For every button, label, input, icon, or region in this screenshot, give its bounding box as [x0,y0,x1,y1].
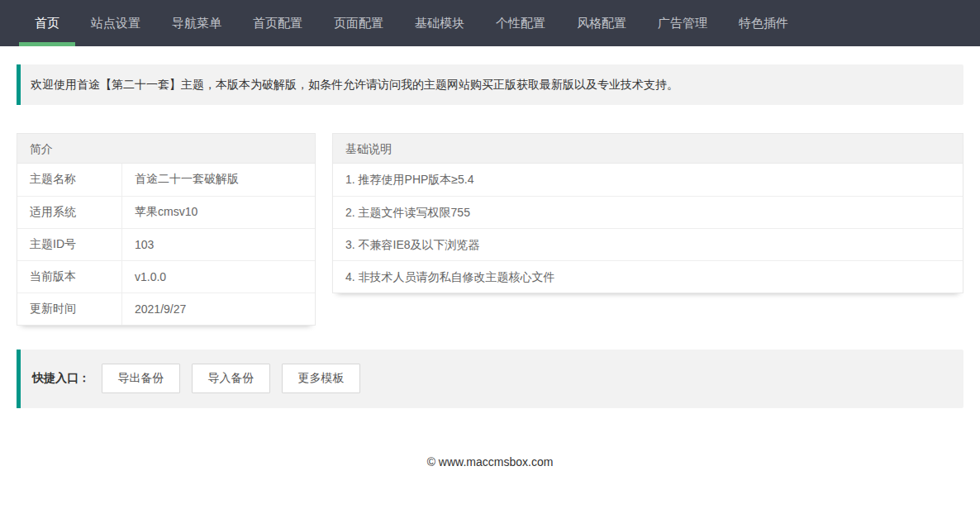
table-row: 适用系统苹果cmsv10 [17,196,315,228]
import-backup-button[interactable]: 导入备份 [192,364,270,393]
top-nav: 首页站点设置导航菜单首页配置页面配置基础模块个性配置风格配置广告管理特色插件 [0,0,980,46]
more-templates-button[interactable]: 更多模板 [282,364,360,393]
table-row-value: 苹果cmsv10 [122,197,197,228]
quick-entry-buttons: 导出备份导入备份更多模板 [102,364,372,393]
nav-item-featured-plugins[interactable]: 特色插件 [723,0,804,46]
table-row-label: 适用系统 [17,197,122,228]
nav-item-personal-config[interactable]: 个性配置 [480,0,561,46]
table-row-label: 主题名称 [17,164,122,196]
table-row: 当前版本v1.0.0 [17,260,315,293]
table-row: 主题ID号103 [17,228,315,260]
table-row-value: 2021/9/27 [122,293,186,325]
footer: © www.maccmsbox.com [17,455,963,487]
nav-item-nav-menu[interactable]: 导航菜单 [156,0,237,46]
nav-item-style-config[interactable]: 风格配置 [561,0,642,46]
table-row-label: 主题ID号 [17,229,122,260]
table-row-value: v1.0.0 [122,261,166,293]
quick-entry-section: 快捷入口： 导出备份导入备份更多模板 [17,350,963,408]
list-item: 3. 不兼容IE8及以下浏览器 [333,228,963,260]
intro-table: 主题名称首途二十一套破解版适用系统苹果cmsv10主题ID号103当前版本v1.… [17,164,315,325]
table-row-value: 103 [122,229,154,260]
nav-item-ad-management[interactable]: 广告管理 [642,0,723,46]
quick-entry-label: 快捷入口： [32,371,90,386]
list-item: 2. 主题文件读写权限755 [333,196,963,228]
export-backup-button[interactable]: 导出备份 [102,364,180,393]
table-row-value: 首途二十一套破解版 [122,164,239,196]
table-row: 更新时间2021/9/27 [17,293,315,325]
intro-panel: 简介 主题名称首途二十一套破解版适用系统苹果cmsv10主题ID号103当前版本… [17,133,316,326]
nav-item-page-config[interactable]: 页面配置 [318,0,399,46]
notes-panel: 基础说明 1. 推荐使用PHP版本≥5.42. 主题文件读写权限7553. 不兼… [332,133,963,293]
nav-item-site-settings[interactable]: 站点设置 [75,0,156,46]
notes-list: 1. 推荐使用PHP版本≥5.42. 主题文件读写权限7553. 不兼容IE8及… [333,164,963,293]
table-row-label: 当前版本 [17,261,122,293]
list-item: 4. 非技术人员请勿私自修改主题核心文件 [333,260,963,293]
copyright-text: © www.maccmsbox.com [427,455,554,469]
table-row-label: 更新时间 [17,293,122,325]
nav-item-home-config[interactable]: 首页配置 [237,0,318,46]
welcome-banner: 欢迎使用首途【第二十一套】主题，本版本为破解版，如条件允许请访问我的主题网站购买… [17,64,963,105]
welcome-banner-text: 欢迎使用首途【第二十一套】主题，本版本为破解版，如条件允许请访问我的主题网站购买… [31,78,678,91]
nav-item-basic-module[interactable]: 基础模块 [399,0,480,46]
table-row: 主题名称首途二十一套破解版 [17,164,315,196]
page-content: 欢迎使用首途【第二十一套】主题，本版本为破解版，如条件允许请访问我的主题网站购买… [17,64,963,487]
panels-row: 简介 主题名称首途二十一套破解版适用系统苹果cmsv10主题ID号103当前版本… [17,133,963,326]
intro-panel-title: 简介 [17,134,315,164]
notes-panel-title: 基础说明 [333,134,963,164]
list-item: 1. 推荐使用PHP版本≥5.4 [333,164,963,196]
nav-item-home[interactable]: 首页 [19,0,75,46]
